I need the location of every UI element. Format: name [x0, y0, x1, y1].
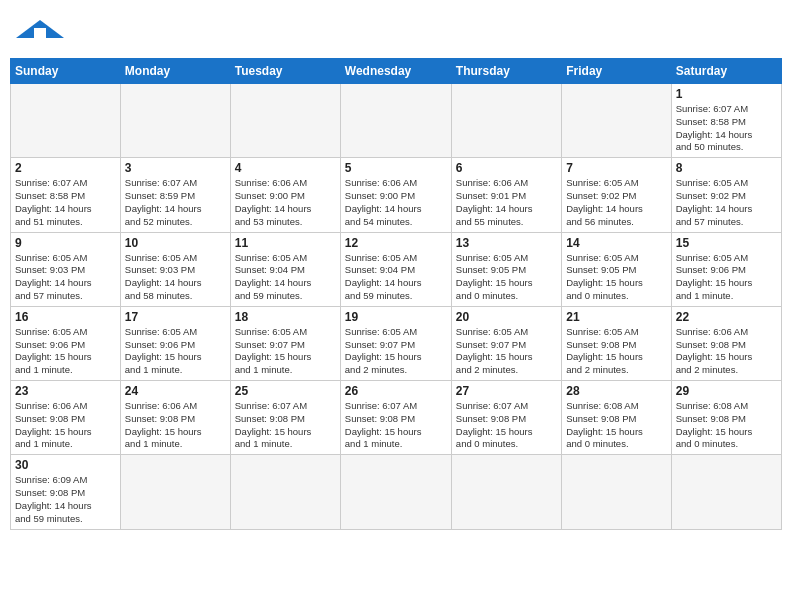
- day-number: 30: [15, 458, 116, 472]
- calendar-cell: [230, 84, 340, 158]
- day-info: Sunrise: 6:05 AM Sunset: 9:07 PM Dayligh…: [235, 326, 336, 377]
- day-info: Sunrise: 6:05 AM Sunset: 9:03 PM Dayligh…: [15, 252, 116, 303]
- day-number: 7: [566, 161, 666, 175]
- weekday-header-saturday: Saturday: [671, 59, 781, 84]
- day-info: Sunrise: 6:05 AM Sunset: 9:06 PM Dayligh…: [15, 326, 116, 377]
- calendar-cell: 17Sunrise: 6:05 AM Sunset: 9:06 PM Dayli…: [120, 306, 230, 380]
- svg-rect-1: [34, 28, 46, 38]
- day-info: Sunrise: 6:06 AM Sunset: 9:01 PM Dayligh…: [456, 177, 557, 228]
- calendar-cell: 12Sunrise: 6:05 AM Sunset: 9:04 PM Dayli…: [340, 232, 451, 306]
- day-number: 28: [566, 384, 666, 398]
- calendar-cell: 19Sunrise: 6:05 AM Sunset: 9:07 PM Dayli…: [340, 306, 451, 380]
- day-info: Sunrise: 6:06 AM Sunset: 9:08 PM Dayligh…: [676, 326, 777, 377]
- logo-icon: [14, 18, 66, 40]
- day-info: Sunrise: 6:07 AM Sunset: 8:58 PM Dayligh…: [676, 103, 777, 154]
- calendar-cell: 26Sunrise: 6:07 AM Sunset: 9:08 PM Dayli…: [340, 381, 451, 455]
- day-info: Sunrise: 6:06 AM Sunset: 9:00 PM Dayligh…: [345, 177, 447, 228]
- day-number: 20: [456, 310, 557, 324]
- day-info: Sunrise: 6:07 AM Sunset: 9:08 PM Dayligh…: [345, 400, 447, 451]
- day-number: 12: [345, 236, 447, 250]
- day-info: Sunrise: 6:06 AM Sunset: 9:00 PM Dayligh…: [235, 177, 336, 228]
- day-number: 17: [125, 310, 226, 324]
- calendar-cell: [120, 455, 230, 529]
- calendar-cell: 21Sunrise: 6:05 AM Sunset: 9:08 PM Dayli…: [562, 306, 671, 380]
- calendar-cell: 2Sunrise: 6:07 AM Sunset: 8:58 PM Daylig…: [11, 158, 121, 232]
- calendar-cell: 4Sunrise: 6:06 AM Sunset: 9:00 PM Daylig…: [230, 158, 340, 232]
- day-info: Sunrise: 6:05 AM Sunset: 9:07 PM Dayligh…: [345, 326, 447, 377]
- day-number: 4: [235, 161, 336, 175]
- day-number: 6: [456, 161, 557, 175]
- calendar-cell: 3Sunrise: 6:07 AM Sunset: 8:59 PM Daylig…: [120, 158, 230, 232]
- calendar-cell: 22Sunrise: 6:06 AM Sunset: 9:08 PM Dayli…: [671, 306, 781, 380]
- day-info: Sunrise: 6:05 AM Sunset: 9:03 PM Dayligh…: [125, 252, 226, 303]
- calendar-cell: [340, 455, 451, 529]
- calendar-cell: 24Sunrise: 6:06 AM Sunset: 9:08 PM Dayli…: [120, 381, 230, 455]
- calendar-cell: [340, 84, 451, 158]
- calendar-cell: 7Sunrise: 6:05 AM Sunset: 9:02 PM Daylig…: [562, 158, 671, 232]
- day-number: 3: [125, 161, 226, 175]
- day-info: Sunrise: 6:07 AM Sunset: 9:08 PM Dayligh…: [456, 400, 557, 451]
- day-info: Sunrise: 6:05 AM Sunset: 9:05 PM Dayligh…: [456, 252, 557, 303]
- calendar-cell: 23Sunrise: 6:06 AM Sunset: 9:08 PM Dayli…: [11, 381, 121, 455]
- calendar-cell: 9Sunrise: 6:05 AM Sunset: 9:03 PM Daylig…: [11, 232, 121, 306]
- day-info: Sunrise: 6:06 AM Sunset: 9:08 PM Dayligh…: [125, 400, 226, 451]
- weekday-header-wednesday: Wednesday: [340, 59, 451, 84]
- calendar-cell: [562, 84, 671, 158]
- weekday-header-tuesday: Tuesday: [230, 59, 340, 84]
- day-info: Sunrise: 6:07 AM Sunset: 8:58 PM Dayligh…: [15, 177, 116, 228]
- weekday-header-sunday: Sunday: [11, 59, 121, 84]
- calendar-cell: [562, 455, 671, 529]
- day-number: 26: [345, 384, 447, 398]
- day-number: 21: [566, 310, 666, 324]
- day-number: 13: [456, 236, 557, 250]
- day-number: 24: [125, 384, 226, 398]
- calendar-cell: 10Sunrise: 6:05 AM Sunset: 9:03 PM Dayli…: [120, 232, 230, 306]
- calendar-cell: [451, 84, 561, 158]
- day-number: 10: [125, 236, 226, 250]
- calendar-cell: [11, 84, 121, 158]
- week-row-1: 2Sunrise: 6:07 AM Sunset: 8:58 PM Daylig…: [11, 158, 782, 232]
- calendar-cell: [671, 455, 781, 529]
- day-info: Sunrise: 6:07 AM Sunset: 9:08 PM Dayligh…: [235, 400, 336, 451]
- week-row-5: 30Sunrise: 6:09 AM Sunset: 9:08 PM Dayli…: [11, 455, 782, 529]
- day-number: 22: [676, 310, 777, 324]
- weekday-header-thursday: Thursday: [451, 59, 561, 84]
- calendar-cell: 5Sunrise: 6:06 AM Sunset: 9:00 PM Daylig…: [340, 158, 451, 232]
- week-row-2: 9Sunrise: 6:05 AM Sunset: 9:03 PM Daylig…: [11, 232, 782, 306]
- calendar-cell: 6Sunrise: 6:06 AM Sunset: 9:01 PM Daylig…: [451, 158, 561, 232]
- day-info: Sunrise: 6:05 AM Sunset: 9:07 PM Dayligh…: [456, 326, 557, 377]
- calendar-cell: 11Sunrise: 6:05 AM Sunset: 9:04 PM Dayli…: [230, 232, 340, 306]
- day-number: 23: [15, 384, 116, 398]
- weekday-header-monday: Monday: [120, 59, 230, 84]
- day-number: 15: [676, 236, 777, 250]
- day-info: Sunrise: 6:06 AM Sunset: 9:08 PM Dayligh…: [15, 400, 116, 451]
- day-number: 2: [15, 161, 116, 175]
- calendar-cell: 20Sunrise: 6:05 AM Sunset: 9:07 PM Dayli…: [451, 306, 561, 380]
- day-info: Sunrise: 6:05 AM Sunset: 9:04 PM Dayligh…: [235, 252, 336, 303]
- week-row-3: 16Sunrise: 6:05 AM Sunset: 9:06 PM Dayli…: [11, 306, 782, 380]
- calendar-cell: 14Sunrise: 6:05 AM Sunset: 9:05 PM Dayli…: [562, 232, 671, 306]
- day-number: 9: [15, 236, 116, 250]
- weekday-header-row: SundayMondayTuesdayWednesdayThursdayFrid…: [11, 59, 782, 84]
- day-info: Sunrise: 6:05 AM Sunset: 9:04 PM Dayligh…: [345, 252, 447, 303]
- day-info: Sunrise: 6:08 AM Sunset: 9:08 PM Dayligh…: [566, 400, 666, 451]
- day-info: Sunrise: 6:05 AM Sunset: 9:02 PM Dayligh…: [676, 177, 777, 228]
- day-info: Sunrise: 6:05 AM Sunset: 9:08 PM Dayligh…: [566, 326, 666, 377]
- calendar-cell: 29Sunrise: 6:08 AM Sunset: 9:08 PM Dayli…: [671, 381, 781, 455]
- calendar-cell: 30Sunrise: 6:09 AM Sunset: 9:08 PM Dayli…: [11, 455, 121, 529]
- day-info: Sunrise: 6:05 AM Sunset: 9:06 PM Dayligh…: [125, 326, 226, 377]
- calendar-cell: [120, 84, 230, 158]
- day-number: 8: [676, 161, 777, 175]
- day-number: 14: [566, 236, 666, 250]
- day-info: Sunrise: 6:05 AM Sunset: 9:02 PM Dayligh…: [566, 177, 666, 228]
- calendar-table: SundayMondayTuesdayWednesdayThursdayFrid…: [10, 58, 782, 530]
- calendar-cell: 8Sunrise: 6:05 AM Sunset: 9:02 PM Daylig…: [671, 158, 781, 232]
- weekday-header-friday: Friday: [562, 59, 671, 84]
- day-number: 11: [235, 236, 336, 250]
- day-number: 29: [676, 384, 777, 398]
- day-number: 16: [15, 310, 116, 324]
- day-number: 27: [456, 384, 557, 398]
- week-row-0: 1Sunrise: 6:07 AM Sunset: 8:58 PM Daylig…: [11, 84, 782, 158]
- day-number: 1: [676, 87, 777, 101]
- logo: [14, 16, 66, 44]
